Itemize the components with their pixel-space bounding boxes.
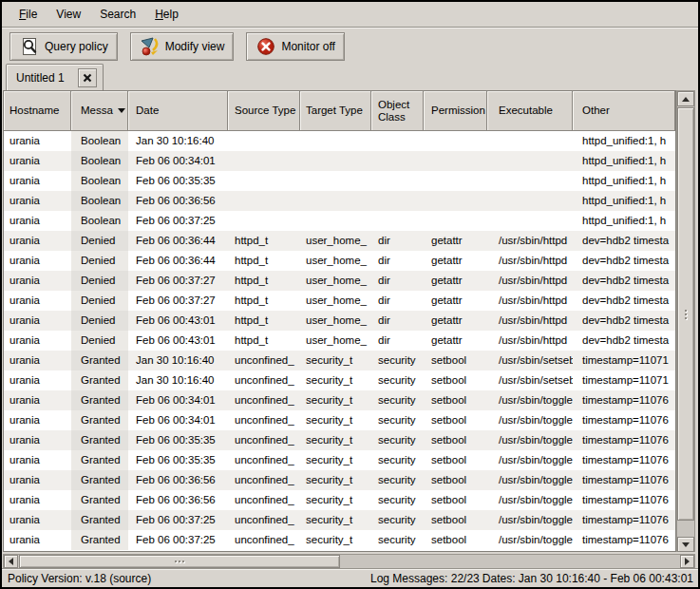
table-row[interactable]: uraniaBooleanFeb 06 00:36:56httpd_unifie…	[4, 191, 675, 211]
column-header-messa[interactable]: Messa	[71, 91, 128, 131]
column-header-permission[interactable]: Permission	[424, 91, 487, 131]
table-row[interactable]: uraniaGrantedJan 30 10:16:40unconfined_s…	[4, 370, 675, 390]
table-cell: security	[371, 370, 424, 390]
table-cell: httpd_unified:1, h	[573, 131, 675, 151]
table-cell: security_t	[300, 390, 371, 410]
tab-close-button[interactable]	[78, 68, 97, 87]
table-cell: security	[371, 490, 424, 510]
table-cell: urania	[4, 251, 71, 271]
table-cell: Feb 06 00:34:01	[128, 151, 228, 171]
table-cell: Denied	[71, 271, 128, 291]
table-cell: urania	[4, 430, 71, 450]
menu-help[interactable]: Help	[145, 5, 188, 24]
monitor-off-button[interactable]: Monitor off	[246, 32, 344, 61]
table-cell: unconfined_	[228, 450, 300, 470]
table-cell: urania	[4, 211, 71, 231]
table-row[interactable]: uraniaGrantedFeb 06 00:34:01unconfined_s…	[4, 410, 675, 430]
log-table: HostnameMessaDateSource TypeTarget TypeO…	[3, 90, 676, 552]
table-row[interactable]: uraniaGrantedFeb 06 00:35:35unconfined_s…	[4, 450, 675, 470]
table-cell: user_home_	[300, 231, 371, 251]
table-row[interactable]: uraniaGrantedFeb 06 00:35:35unconfined_s…	[4, 430, 675, 450]
table-cell: dir	[371, 311, 424, 331]
table-cell: dev=hdb2 timesta	[573, 231, 675, 251]
table-cell: security_t	[300, 430, 371, 450]
table-row[interactable]: uraniaGrantedFeb 06 00:34:01unconfined_s…	[4, 390, 675, 410]
table-row[interactable]: uraniaDeniedFeb 06 00:37:27httpd_tuser_h…	[4, 271, 675, 291]
table-row[interactable]: uraniaDeniedFeb 06 00:36:44httpd_tuser_h…	[4, 231, 675, 251]
table-cell: Denied	[71, 291, 128, 311]
table-row[interactable]: uraniaGrantedFeb 06 00:37:25unconfined_s…	[4, 510, 675, 530]
menu-view[interactable]: View	[47, 5, 90, 24]
column-header-object-class[interactable]: Object Class	[371, 91, 424, 131]
table-cell	[487, 211, 573, 231]
column-header-executable[interactable]: Executable	[487, 91, 573, 131]
table-row[interactable]: uraniaBooleanFeb 06 00:35:35httpd_unifie…	[4, 171, 675, 191]
table-cell: Jan 30 10:16:40	[128, 131, 228, 151]
scroll-right-button[interactable]	[680, 555, 694, 568]
table-cell: dev=hdb2 timesta	[573, 331, 675, 351]
table-cell: Granted	[71, 490, 128, 510]
table-cell: Denied	[71, 251, 128, 271]
table-row[interactable]: uraniaGrantedFeb 06 00:37:25unconfined_s…	[4, 530, 675, 550]
modify-view-button[interactable]: Modify view	[130, 32, 235, 61]
menu-search[interactable]: Search	[90, 5, 145, 24]
table-cell: Granted	[71, 410, 128, 430]
table-cell: httpd_t	[228, 231, 300, 251]
table-cell: security_t	[300, 410, 371, 430]
column-header-source-type[interactable]: Source Type	[228, 91, 300, 131]
table-cell: /usr/sbin/toggle	[487, 430, 573, 450]
vertical-scrollbar[interactable]	[676, 90, 695, 552]
table-row[interactable]: uraniaBooleanFeb 06 00:34:01httpd_unifie…	[4, 151, 675, 171]
monitor-off-label: Monitor off	[281, 40, 334, 53]
table-row[interactable]: uraniaGrantedFeb 06 00:36:56unconfined_s…	[4, 470, 675, 490]
table-body: uraniaBooleanJan 30 10:16:40httpd_unifie…	[4, 131, 675, 551]
horizontal-scrollbar-thumb[interactable]	[19, 555, 340, 568]
table-cell: httpd_unified:1, h	[573, 151, 675, 171]
grip-icon	[685, 310, 687, 319]
table-row[interactable]: uraniaDeniedFeb 06 00:37:27httpd_tuser_h…	[4, 291, 675, 311]
menu-file[interactable]: File	[9, 5, 47, 24]
horizontal-scrollbar[interactable]	[3, 554, 695, 569]
table-row[interactable]: uraniaGrantedJan 30 10:16:40unconfined_s…	[4, 351, 675, 370]
column-header-target-type[interactable]: Target Type	[300, 91, 371, 131]
table-cell: Granted	[71, 510, 128, 530]
table-row[interactable]: uraniaDeniedFeb 06 00:43:01httpd_tuser_h…	[4, 311, 675, 331]
column-header-hostname[interactable]: Hostname	[4, 91, 71, 131]
table-cell: user_home_	[300, 311, 371, 331]
table-cell: /usr/sbin/toggle	[487, 470, 573, 490]
table-cell: dir	[371, 291, 424, 311]
table-cell: Boolean	[71, 131, 128, 151]
table-cell: urania	[4, 331, 71, 351]
table-cell: Granted	[71, 430, 128, 450]
query-policy-button[interactable]: Query policy	[9, 32, 118, 61]
table-cell: security_t	[300, 530, 371, 550]
table-row[interactable]: uraniaBooleanJan 30 10:16:40httpd_unifie…	[4, 131, 675, 151]
table-cell: unconfined_	[228, 490, 300, 510]
table-cell	[371, 171, 424, 191]
table-cell: Boolean	[71, 191, 128, 211]
tab-untitled-1[interactable]: Untitled 1	[6, 64, 104, 90]
table-cell: unconfined_	[228, 510, 300, 530]
table-row[interactable]: uraniaGrantedFeb 06 00:36:56unconfined_s…	[4, 490, 675, 510]
table-cell: Boolean	[71, 151, 128, 171]
scroll-left-button[interactable]	[4, 555, 18, 568]
table-cell: /usr/sbin/setseb	[487, 370, 573, 390]
scroll-down-button[interactable]	[677, 537, 694, 552]
toolbar: Query policy Modify view	[2, 29, 698, 64]
table-cell	[424, 171, 487, 191]
table-row[interactable]: uraniaBooleanFeb 06 00:37:25httpd_unifie…	[4, 211, 675, 231]
table-cell: Granted	[71, 450, 128, 470]
table-cell: timestamp=11076	[573, 530, 675, 550]
scroll-up-button[interactable]	[677, 91, 694, 106]
dates-status: Dates: Jan 30 10:16:40 - Feb 06 00:43:01	[482, 570, 693, 587]
column-header-other[interactable]: Other	[573, 91, 675, 131]
vertical-scrollbar-thumb[interactable]	[677, 107, 694, 521]
table-row[interactable]: uraniaDeniedFeb 06 00:43:01httpd_tuser_h…	[4, 331, 675, 351]
table-cell: urania	[4, 351, 71, 370]
table-row[interactable]: uraniaDeniedFeb 06 00:36:44httpd_tuser_h…	[4, 251, 675, 271]
table-cell	[300, 171, 371, 191]
table-cell	[228, 131, 300, 151]
table-cell: getattr	[424, 231, 487, 251]
table-cell: /usr/sbin/toggle	[487, 390, 573, 410]
column-header-date[interactable]: Date	[128, 91, 228, 131]
